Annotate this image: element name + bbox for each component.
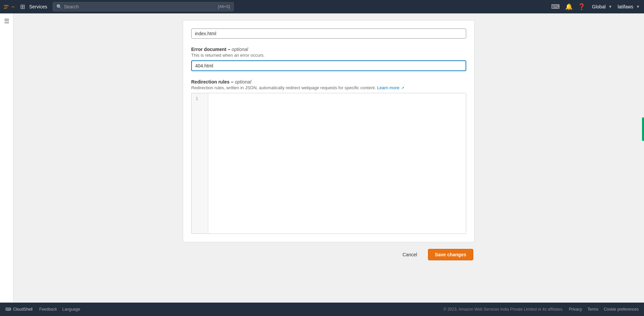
form-actions: Cancel Save changes <box>183 249 475 260</box>
learn-more-link[interactable]: Learn more ↗ <box>377 85 404 90</box>
cloudshell-label: CloudShell <box>13 307 33 312</box>
error-doc-label: Error document – optional <box>191 47 466 52</box>
services-nav-link[interactable]: Services <box>29 4 47 9</box>
form-card: Error document – optional This is return… <box>183 20 475 242</box>
top-navigation: aws ⊞ Services 🔍 [Alt+S] ⌨ 🔔 ❓ Global ▼ … <box>0 0 644 13</box>
redirection-description: Redirection rules, written in JSON, auto… <box>191 85 466 90</box>
footer-right-links: Privacy Terms Cookie preferences <box>569 307 639 312</box>
terms-link[interactable]: Terms <box>587 307 598 312</box>
save-changes-button[interactable]: Save changes <box>428 249 473 260</box>
error-document-section: Error document – optional This is return… <box>191 47 466 79</box>
copyright-text: © 2023, Amazon Web Services India Privat… <box>443 307 564 312</box>
privacy-link[interactable]: Privacy <box>569 307 582 312</box>
region-arrow: ▼ <box>608 4 612 9</box>
user-menu[interactable]: latifaws <box>618 4 633 9</box>
redirection-rules-section: Redirection rules – optional Redirection… <box>191 79 466 234</box>
search-hint: [Alt+S] <box>218 4 230 9</box>
svg-marker-1 <box>14 7 14 8</box>
language-link[interactable]: Language <box>62 307 80 312</box>
search-bar[interactable]: 🔍 [Alt+S] <box>53 2 234 11</box>
search-input[interactable] <box>64 4 216 9</box>
region-selector[interactable]: Global <box>592 4 605 9</box>
svg-text:aws: aws <box>4 4 9 7</box>
cancel-button[interactable]: Cancel <box>397 249 423 260</box>
aws-logo[interactable]: aws <box>4 3 15 10</box>
cloudshell-icon: ⌨ <box>5 307 11 312</box>
help-icon[interactable]: ❓ <box>578 3 585 10</box>
sidebar-toggle: ☰ <box>0 13 13 303</box>
scrollbar-accent <box>642 117 644 141</box>
line-number-1: 1 <box>196 96 204 101</box>
cloudshell-button[interactable]: ⌨ CloudShell <box>5 307 33 312</box>
external-link-icon: ↗ <box>401 86 404 90</box>
code-editor[interactable]: 1 <box>191 93 466 234</box>
content-area: Error document – optional This is return… <box>13 13 644 303</box>
hamburger-icon[interactable]: ☰ <box>4 17 9 25</box>
error-doc-description: This is returned when an error occurs. <box>191 53 466 58</box>
search-icon: 🔍 <box>56 4 62 9</box>
line-numbers: 1 <box>192 93 208 233</box>
redirection-label: Redirection rules – optional <box>191 79 466 85</box>
cookie-link[interactable]: Cookie preferences <box>604 307 639 312</box>
grid-icon[interactable]: ⊞ <box>20 3 25 10</box>
footer: ⌨ CloudShell Feedback Language © 2023, A… <box>0 303 644 316</box>
bell-icon[interactable]: 🔔 <box>565 3 573 10</box>
terminal-icon[interactable]: ⌨ <box>551 3 560 10</box>
index-document-input[interactable] <box>191 29 466 39</box>
error-document-input[interactable] <box>191 60 466 71</box>
feedback-link[interactable]: Feedback <box>39 307 57 312</box>
code-content[interactable] <box>208 93 466 233</box>
user-arrow: ▼ <box>636 4 640 9</box>
